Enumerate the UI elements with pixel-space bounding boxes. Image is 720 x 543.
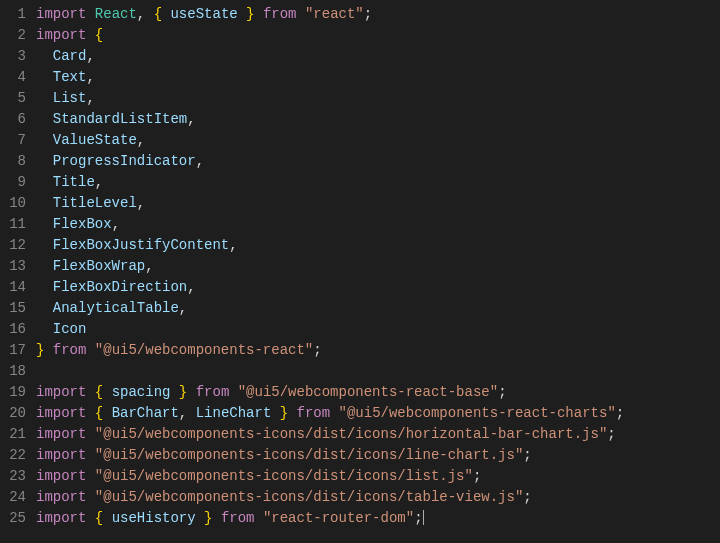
token: ; — [498, 384, 506, 400]
token: ; — [616, 405, 624, 421]
code-line[interactable]: ValueState, — [36, 130, 720, 151]
token — [36, 48, 53, 64]
code-line[interactable]: AnalyticalTable, — [36, 298, 720, 319]
token: import — [36, 447, 86, 463]
token: "react" — [305, 6, 364, 22]
token: , — [179, 300, 187, 316]
token: ; — [313, 342, 321, 358]
code-line[interactable]: Card, — [36, 46, 720, 67]
code-line[interactable]: FlexBoxJustifyContent, — [36, 235, 720, 256]
code-line[interactable] — [36, 361, 720, 382]
line-number: 9 — [0, 172, 26, 193]
code-line[interactable]: FlexBoxDirection, — [36, 277, 720, 298]
code-line[interactable]: import "@ui5/webcomponents-icons/dist/ic… — [36, 424, 720, 445]
code-line[interactable]: TitleLevel, — [36, 193, 720, 214]
token — [36, 132, 53, 148]
token: import — [36, 510, 86, 526]
token: "@ui5/webcomponents-react-charts" — [339, 405, 616, 421]
token: ; — [473, 468, 481, 484]
token: import — [36, 489, 86, 505]
line-number: 23 — [0, 466, 26, 487]
token: import — [36, 426, 86, 442]
token: from — [221, 510, 255, 526]
token — [196, 510, 204, 526]
text-cursor — [423, 510, 424, 525]
token — [36, 300, 53, 316]
token — [36, 216, 53, 232]
token: ; — [607, 426, 615, 442]
code-editor[interactable]: 1234567891011121314151617181920212223242… — [0, 0, 720, 543]
token — [86, 6, 94, 22]
code-line[interactable]: import "@ui5/webcomponents-icons/dist/ic… — [36, 445, 720, 466]
line-number: 8 — [0, 151, 26, 172]
token — [86, 27, 94, 43]
token: , — [229, 237, 237, 253]
line-number: 6 — [0, 109, 26, 130]
token: , — [196, 153, 204, 169]
token — [36, 237, 53, 253]
token: , — [137, 132, 145, 148]
code-line[interactable]: import React, { useState } from "react"; — [36, 4, 720, 25]
token: , — [145, 258, 153, 274]
token: spacing — [112, 384, 171, 400]
code-line[interactable]: FlexBox, — [36, 214, 720, 235]
code-line[interactable]: FlexBoxWrap, — [36, 256, 720, 277]
token — [103, 405, 111, 421]
token: , — [86, 90, 94, 106]
line-number: 10 — [0, 193, 26, 214]
token — [36, 174, 53, 190]
token — [238, 6, 246, 22]
token: LineChart — [196, 405, 272, 421]
token: ; — [523, 489, 531, 505]
token: , — [187, 111, 195, 127]
token: "@ui5/webcomponents-react-base" — [238, 384, 498, 400]
token: TitleLevel — [53, 195, 137, 211]
code-line[interactable]: Title, — [36, 172, 720, 193]
token — [86, 510, 94, 526]
code-content[interactable]: import React, { useState } from "react";… — [36, 4, 720, 543]
token: "@ui5/webcomponents-icons/dist/icons/lis… — [95, 468, 473, 484]
token: } — [246, 6, 254, 22]
token — [271, 405, 279, 421]
token — [86, 489, 94, 505]
token: "react-router-dom" — [263, 510, 414, 526]
code-line[interactable]: import { spacing } from "@ui5/webcompone… — [36, 382, 720, 403]
token: , — [187, 279, 195, 295]
token: FlexBox — [53, 216, 112, 232]
token: from — [53, 342, 87, 358]
code-line[interactable]: } from "@ui5/webcomponents-react"; — [36, 340, 720, 361]
token — [103, 384, 111, 400]
token: "@ui5/webcomponents-icons/dist/icons/lin… — [95, 447, 523, 463]
line-number: 7 — [0, 130, 26, 151]
token — [44, 342, 52, 358]
token: List — [53, 90, 87, 106]
code-line[interactable]: ProgressIndicator, — [36, 151, 720, 172]
token: ; — [364, 6, 372, 22]
token: FlexBoxDirection — [53, 279, 187, 295]
token — [86, 384, 94, 400]
line-number: 2 — [0, 25, 26, 46]
token — [36, 258, 53, 274]
code-line[interactable]: StandardListItem, — [36, 109, 720, 130]
code-line[interactable]: Text, — [36, 67, 720, 88]
token — [36, 111, 53, 127]
token: ; — [414, 510, 422, 526]
token: ValueState — [53, 132, 137, 148]
line-number: 18 — [0, 361, 26, 382]
code-line[interactable]: import { useHistory } from "react-router… — [36, 508, 720, 529]
code-line[interactable]: List, — [36, 88, 720, 109]
token — [86, 405, 94, 421]
code-line[interactable]: import "@ui5/webcomponents-icons/dist/ic… — [36, 487, 720, 508]
code-line[interactable]: import { — [36, 25, 720, 46]
token: , — [112, 216, 120, 232]
line-number: 25 — [0, 508, 26, 529]
token — [254, 510, 262, 526]
token: { — [95, 27, 103, 43]
code-line[interactable]: import "@ui5/webcomponents-icons/dist/ic… — [36, 466, 720, 487]
token — [297, 6, 305, 22]
token: import — [36, 468, 86, 484]
line-number: 21 — [0, 424, 26, 445]
code-line[interactable]: import { BarChart, LineChart } from "@ui… — [36, 403, 720, 424]
token: import — [36, 384, 86, 400]
code-line[interactable]: Icon — [36, 319, 720, 340]
